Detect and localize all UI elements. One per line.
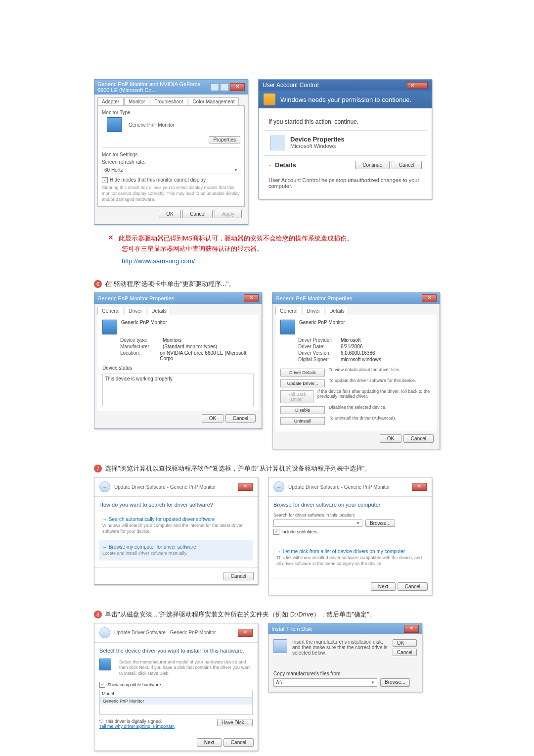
compat-checkbox[interactable]: ✓ [99,682,105,688]
ok-button[interactable]: OK [380,434,401,443]
warning-line2: 您可在三星显示器网站中查询获得认证的显示器。 [122,244,440,254]
chevron-down-icon: ▼ [234,168,238,172]
tab-troubleshoot[interactable]: Troubleshoot [150,97,187,105]
properties-button[interactable]: Properties [209,136,240,143]
cancel-button[interactable]: Cancel [393,649,417,656]
device-name: Generic PnP Monitor [121,320,167,325]
uninstall-button[interactable]: Uninstall [280,417,325,425]
apply-button[interactable]: Apply [215,210,242,218]
tab-bar: Adapter Monitor Troubleshoot Color Manag… [97,97,245,105]
tab-colormgmt[interactable]: Color Management [188,97,239,105]
monitor-icon [99,659,111,670]
monitor-icon [107,117,122,132]
close-icon[interactable]: ✕ [238,483,253,491]
step7-text: 选择"浏览计算机以查找驱动程序软件"复选框，并单击"从计算机的设备驱动程序列表中… [105,465,371,472]
minimize-icon[interactable]: _ [210,83,219,91]
install-title: Install From Disk✕ [268,623,422,634]
uac-action-text: If you started this action, continue. [264,113,427,131]
rollback-button: Roll Back Driver [280,390,313,403]
refresh-label: Screen refresh rate: [102,159,240,165]
ok-button[interactable]: OK [202,414,223,423]
tab-monitor[interactable]: Monitor [124,97,149,105]
step8-badge: 8 [94,611,102,618]
ok-button[interactable]: OK [393,639,417,647]
continue-button[interactable]: Continue [355,161,390,169]
cancel-button[interactable]: Cancel [398,582,428,591]
wizard-crumb: Update Driver Software - Generic PnP Mon… [114,484,216,490]
wizard-crumb: Update Driver Software - Generic PnP Mon… [288,484,390,490]
close-icon[interactable]: ✕ [238,629,253,637]
dialog-titlebar: Generic PnP Monitor and NVIDIA GeForce 6… [94,80,248,94]
close-icon[interactable]: ✕ [407,82,428,89]
model-item[interactable]: Generic PnP Monitor [100,698,252,705]
include-label: Include subfolders [281,529,317,534]
option-auto-search[interactable]: → Search automatically for updated drive… [99,513,253,538]
props-title: Generic PnP Monitor Properties✕ [272,293,440,304]
props-title: Generic PnP Monitor Properties✕ [94,293,262,304]
tab-driver[interactable]: Driver [303,307,325,315]
back-icon[interactable]: ← [99,627,110,638]
close-icon[interactable]: ✕ [244,294,259,302]
close-icon[interactable]: ✕ [230,83,245,91]
samsung-link[interactable]: http://www.samsung.com/ [122,257,440,265]
install-text: Insert the manufacturer's installation d… [292,639,388,656]
browse-button[interactable]: Browse... [365,520,395,527]
include-subfolders-checkbox[interactable]: ✓ [273,529,279,535]
next-button[interactable]: Next [371,582,396,591]
tab-general[interactable]: General [275,307,302,315]
search-label: Search for driver software in this locat… [273,513,427,518]
ok-button[interactable]: OK [159,210,180,218]
uac-footer-text: User Account Control helps stop unauthor… [264,174,427,194]
hide-modes-desc: Clearing this check box allows you to se… [102,185,240,202]
refresh-rate-select[interactable]: 60 Hertz ▼ [102,166,240,174]
chevron-down-icon[interactable]: ⌄ [268,163,272,167]
wizard-crumb: Update Driver Software - Generic PnP Mon… [114,630,216,635]
tab-adapter[interactable]: Adapter [97,97,124,105]
wizard-desc: Select the manufacturer and model of you… [119,660,253,677]
status-box: This device is working properly. [102,374,254,406]
monitor-type-label: Monitor Type [102,110,240,115]
tab-details[interactable]: Details [325,307,349,315]
cancel-button[interactable]: Cancel [225,414,256,423]
browse-button[interactable]: Browse... [380,678,410,687]
option-pick-list[interactable]: → Let me pick from a list of device driv… [273,545,427,570]
signed-label: This driver is digitally signed. [105,719,162,724]
close-icon[interactable]: ✕ [404,625,419,633]
option-browse[interactable]: → Browse my computer for driver software… [99,540,253,561]
tab-driver[interactable]: Driver [125,307,147,315]
monitor-type-value: Generic PnP Monitor [129,122,175,128]
hide-modes-checkbox[interactable]: ✓ [102,177,108,183]
next-button[interactable]: Next [197,738,222,747]
update-driver-button[interactable]: Update Driver... [280,379,325,387]
tab-general[interactable]: General [97,307,124,315]
uac-details-label[interactable]: Details [275,161,296,169]
disable-button[interactable]: Disable [280,406,325,414]
tab-details[interactable]: Details [147,307,171,315]
cancel-button[interactable]: Cancel [403,434,434,443]
driver-details-button[interactable]: Driver Details [280,369,325,377]
back-icon[interactable]: ← [99,481,110,492]
maximize-icon[interactable]: □ [220,83,229,91]
back-icon[interactable]: ← [273,481,284,492]
uac-publisher: Microsoft Windows [290,143,345,149]
device-name: Generic PnP Monitor [299,320,345,325]
cancel-button[interactable]: Cancel [223,738,254,747]
hide-modes-label: Hide modes that this monitor cannot disp… [110,177,206,183]
cancel-button[interactable]: Cancel [392,161,422,169]
close-icon[interactable]: ✕ [422,294,437,302]
step7-badge: 7 [94,465,102,472]
x-icon: ✕ [108,234,114,241]
signing-link[interactable]: Tell me why driver signing is important [99,724,175,729]
close-icon[interactable]: ✕ [412,483,427,491]
wizard-question: How do you want to search for driver sof… [99,502,253,508]
copy-from-label: Copy manufacturer's files from: [273,671,417,676]
cancel-button[interactable]: Cancel [182,210,213,218]
cancel-button[interactable]: Cancel [223,572,254,580]
uac-titlebar: User Account Control ✕ [259,80,432,91]
warning-line1: 此显示器驱动器已得到MS商标认可，驱动器的安装不会给您的操作系统造成损伤。 [119,235,354,242]
have-disk-button[interactable]: Have Disk... [217,719,253,726]
path-combo[interactable]: A:\▼ [273,678,377,687]
status-label: Device status [102,365,254,371]
title-text: Generic PnP Monitor and NVIDIA GeForce 6… [97,81,210,93]
path-combo[interactable]: ▼ [273,520,362,527]
